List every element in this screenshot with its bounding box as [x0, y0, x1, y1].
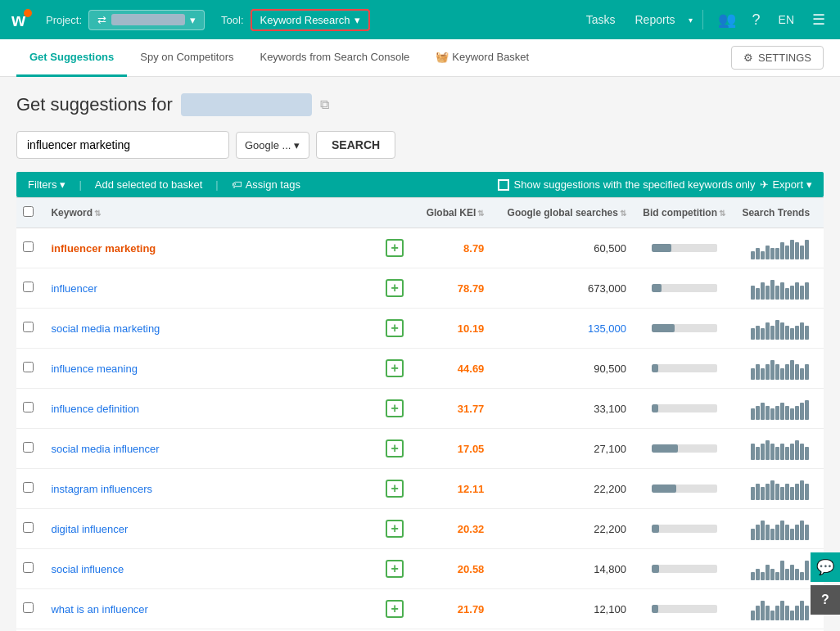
help-icon[interactable]: ?: [747, 8, 765, 32]
row-checkbox[interactable]: [23, 562, 34, 573]
add-to-basket-button[interactable]: +: [386, 239, 404, 257]
export-button[interactable]: ✈ Export ▾: [760, 178, 812, 191]
bid-bar: [652, 324, 675, 332]
tab-keyword-basket[interactable]: 🧺 Keyword Basket: [422, 39, 542, 77]
row-checkbox[interactable]: [23, 482, 34, 493]
th-global-kei[interactable]: Global KEI ⇅: [414, 198, 490, 228]
th-bid-competition[interactable]: Bid competition ⇅: [633, 198, 735, 228]
kei-value: 44.69: [458, 363, 485, 375]
add-basket-button[interactable]: Add selected to basket: [95, 178, 203, 191]
help-fab[interactable]: ?: [811, 585, 840, 615]
tab-search-console[interactable]: Keywords from Search Console: [246, 39, 422, 77]
engine-select[interactable]: Google ... ▾: [236, 132, 309, 159]
export-icon: ✈: [760, 178, 769, 191]
kei-value: 31.77: [458, 403, 485, 415]
th-checkbox[interactable]: [16, 198, 44, 228]
bid-bar: [652, 284, 662, 292]
th-global-searches[interactable]: Google global searches ⇅: [490, 198, 633, 228]
trend-bar-segment: [790, 286, 794, 300]
trend-bar-segment: [795, 440, 799, 460]
trend-bar-segment: [800, 572, 804, 580]
keyword-link[interactable]: social influence: [51, 563, 124, 575]
trend-bar-segment: [761, 328, 765, 340]
bid-bar-container: [652, 324, 717, 332]
tool-selector[interactable]: Keyword Research ▾: [251, 9, 371, 31]
assign-tags-button[interactable]: 🏷 Assign tags: [232, 178, 300, 191]
search-row: Google ... ▾ SEARCH: [16, 131, 824, 159]
keyword-link[interactable]: social media influencer: [51, 443, 159, 455]
sort-icon-bid: ⇅: [719, 209, 725, 218]
add-to-basket-button[interactable]: +: [386, 359, 404, 377]
row-checkbox[interactable]: [23, 442, 34, 453]
tab-get-suggestions[interactable]: Get Suggestions: [16, 39, 127, 77]
settings-button[interactable]: ⚙ SETTINGS: [731, 46, 824, 70]
row-checkbox[interactable]: [23, 282, 34, 292]
trend-bar-segment: [790, 328, 794, 340]
trend-bar-segment: [770, 360, 775, 380]
filters-button[interactable]: Filters ▾: [28, 178, 65, 191]
users-icon[interactable]: 👥: [713, 7, 741, 32]
top-nav: w Project: ⇄ ▾ Tool: Keyword Research ▾ …: [0, 0, 840, 39]
trend-bar-segment: [756, 525, 760, 540]
project-name-blurred: [181, 93, 312, 116]
row-checkbox[interactable]: [23, 362, 34, 372]
keyword-link[interactable]: influence definition: [51, 403, 139, 415]
row-checkbox[interactable]: [23, 402, 34, 412]
trend-bar-segment: [800, 286, 804, 300]
copy-icon[interactable]: ⧉: [320, 97, 329, 112]
row-checkbox[interactable]: [23, 522, 34, 533]
add-to-basket-button[interactable]: +: [386, 600, 404, 618]
lang-nav[interactable]: EN: [772, 10, 801, 29]
tab-spy-competitors[interactable]: Spy on Competitors: [127, 39, 246, 77]
searches-value[interactable]: 135,000: [588, 322, 626, 335]
trend-bar-segment: [795, 569, 799, 580]
keyword-input[interactable]: [16, 131, 229, 159]
keyword-link[interactable]: social media marketing: [51, 322, 160, 335]
add-to-basket-button[interactable]: +: [386, 279, 404, 297]
trend-bar-segment: [785, 569, 789, 580]
trend-bar-segment: [785, 406, 789, 420]
keyword-link[interactable]: digital influencer: [51, 523, 128, 535]
tasks-nav[interactable]: Tasks: [580, 10, 622, 29]
trend-bar-segment: [761, 251, 765, 259]
th-keyword[interactable]: Keyword ⇅: [44, 198, 379, 228]
trend-bar-segment: [756, 288, 760, 300]
add-to-basket-button[interactable]: +: [386, 560, 404, 578]
trend-bar-segment: [770, 326, 775, 340]
trend-bar-segment: [765, 565, 770, 580]
row-checkbox[interactable]: [23, 602, 34, 613]
keyword-link[interactable]: influencer marketing: [51, 242, 156, 255]
trend-bar-segment: [800, 403, 804, 420]
add-to-basket-button[interactable]: +: [386, 480, 404, 498]
trend-bar-segment: [770, 444, 775, 460]
show-specified-row: Show suggestions with the specified keyw…: [498, 178, 812, 191]
search-button[interactable]: SEARCH: [316, 131, 395, 159]
page-title-prefix: Get suggestions for: [16, 94, 173, 115]
keyword-link[interactable]: influence meaning: [51, 363, 138, 375]
keyword-link[interactable]: influencer: [51, 282, 97, 295]
add-to-basket-button[interactable]: +: [386, 319, 404, 337]
settings-icon: ⚙: [743, 52, 753, 64]
show-specified-checkbox[interactable]: [498, 179, 509, 191]
select-all-checkbox[interactable]: [23, 206, 34, 217]
menu-icon[interactable]: ☰: [807, 7, 830, 32]
show-specified-label: Show suggestions with the specified keyw…: [514, 178, 756, 191]
reports-nav[interactable]: Reports: [629, 10, 682, 29]
add-to-basket-button[interactable]: +: [386, 399, 404, 417]
row-checkbox[interactable]: [23, 241, 34, 252]
kei-value: 20.58: [458, 563, 485, 575]
keyword-link[interactable]: what is an influencer: [51, 603, 148, 615]
trend-bar-segment: [780, 403, 784, 420]
chevron-down-icon-tool: ▾: [355, 14, 360, 26]
add-to-basket-button[interactable]: +: [386, 439, 404, 457]
row-checkbox[interactable]: [23, 322, 34, 332]
filter-bar: Filters ▾ | Add selected to basket | 🏷 A…: [16, 172, 824, 197]
tool-label: Tool:: [221, 14, 243, 26]
keyword-link[interactable]: instagram influencers: [51, 483, 152, 495]
project-selector[interactable]: ⇄ ▾: [88, 10, 205, 30]
add-to-basket-button[interactable]: +: [386, 520, 404, 538]
bid-bar: [652, 244, 671, 252]
keyword-table: Keyword ⇅ Global KEI ⇅ Google global sea…: [16, 197, 824, 631]
chat-fab[interactable]: 💬: [811, 552, 840, 582]
trend-bar-segment: [790, 240, 794, 259]
